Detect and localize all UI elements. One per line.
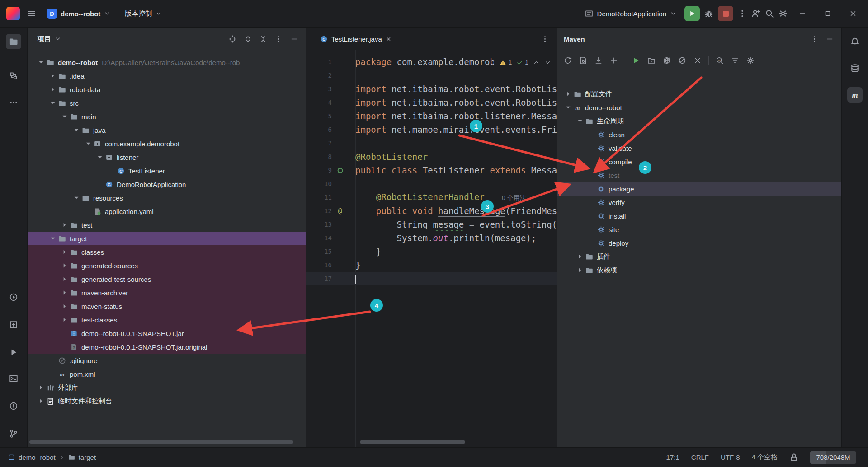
- chevron-closed-icon[interactable]: [60, 302, 69, 311]
- chevron-open-icon[interactable]: [72, 193, 81, 202]
- code-line-10[interactable]: 10: [306, 177, 557, 191]
- options-icon[interactable]: [272, 33, 285, 45]
- memory-indicator[interactable]: 708/2048M: [810, 451, 856, 464]
- project-view-selector[interactable]: 项目: [35, 33, 64, 45]
- run-config-selector[interactable]: DemoRobotApplication: [581, 7, 680, 20]
- tab-testlistener[interactable]: C TestListener.java: [315, 28, 397, 50]
- code-line-6[interactable]: 6import net.mamoe.mirai.event.events.Fri…: [306, 123, 557, 136]
- tree-row-test[interactable]: test: [28, 218, 306, 232]
- close-tab-icon[interactable]: [386, 36, 392, 42]
- tree-row-demo--robot[interactable]: mdemo--robot: [557, 101, 841, 114]
- code-line-14[interactable]: 14 System.out.println(mesage);: [306, 231, 557, 245]
- tree-row-TestListener[interactable]: CTestListener: [28, 164, 306, 177]
- code-line-15[interactable]: 15 }: [306, 245, 557, 258]
- chevron-closed-icon[interactable]: [48, 71, 57, 80]
- close-button[interactable]: [843, 0, 863, 27]
- tree-row-src[interactable]: src: [28, 96, 306, 110]
- search-everywhere-icon[interactable]: [765, 9, 774, 18]
- expand-all-icon[interactable]: [241, 33, 254, 45]
- collapse-all-icon[interactable]: [257, 33, 269, 45]
- tree-row-临时文件和控制台[interactable]: 临时文件和控制台: [28, 394, 306, 408]
- chevron-closed-icon[interactable]: [60, 275, 69, 284]
- code-editor[interactable]: 1package com.example.demorobot;23import …: [306, 50, 557, 285]
- chevron-open-icon[interactable]: [48, 98, 57, 107]
- chevron-open-icon[interactable]: [37, 58, 46, 67]
- execute-goal-icon[interactable]: [645, 54, 658, 67]
- tree-row-listener[interactable]: listener: [28, 150, 306, 164]
- prev-problem-icon[interactable]: [533, 59, 540, 66]
- chevron-closed-icon[interactable]: [37, 383, 46, 392]
- tree-row-.gitignore[interactable]: .gitignore: [28, 354, 306, 367]
- breadcrumb-project[interactable]: demo--robot: [19, 453, 56, 461]
- maven-settings-icon[interactable]: [744, 54, 757, 67]
- code-line-3[interactable]: 3import net.itbaima.robot.event.RobotLis…: [306, 82, 557, 96]
- hide-maven-panel-icon[interactable]: [823, 33, 836, 45]
- search-goal-icon[interactable]: m: [713, 54, 726, 67]
- passed-item[interactable]: 1: [516, 59, 528, 66]
- tree-row-插件[interactable]: 插件: [557, 250, 841, 263]
- editor-horizontal-scrollbar[interactable]: [360, 440, 465, 444]
- code-line-17[interactable]: 17: [306, 272, 557, 285]
- tree-row-resources[interactable]: resources: [28, 191, 306, 205]
- tree-row-robot-data[interactable]: robot-data: [28, 83, 306, 96]
- tree-row-deploy[interactable]: deploy: [557, 236, 841, 250]
- chevron-closed-icon[interactable]: [60, 248, 69, 257]
- debug-button[interactable]: [704, 9, 713, 18]
- chevron-closed-icon[interactable]: [576, 266, 585, 275]
- tree-row-java[interactable]: java: [28, 123, 306, 137]
- chevron-closed-icon[interactable]: [576, 252, 585, 261]
- terminal-icon[interactable]: [6, 371, 21, 386]
- tree-row-配置文件[interactable]: 配置文件: [557, 87, 841, 101]
- file-encoding[interactable]: UTF-8: [721, 453, 740, 461]
- code-line-5[interactable]: 5import net.itbaima.robot.listener.Messa…: [306, 109, 557, 123]
- chevron-open-icon[interactable]: [60, 112, 69, 121]
- run-tool-icon[interactable]: [6, 345, 21, 360]
- tree-row-DemoRobotApplication[interactable]: CDemoRobotApplication: [28, 177, 306, 191]
- code-line-8[interactable]: 8@RobotListener: [306, 150, 557, 163]
- chevron-open-icon[interactable]: [564, 103, 573, 112]
- code-line-12[interactable]: 12@ public void handleMessage(FriendMess…: [306, 204, 557, 218]
- chevron-closed-icon[interactable]: [48, 85, 57, 94]
- code-line-16[interactable]: 16}: [306, 258, 557, 272]
- chevron-closed-icon[interactable]: [60, 315, 69, 324]
- download-sources-icon[interactable]: [592, 54, 605, 67]
- project-widget[interactable]: D demo--robot: [43, 6, 114, 21]
- code-line-9[interactable]: 9public class TestListener extends Messa…: [306, 163, 557, 177]
- project-tool-icon[interactable]: [6, 34, 21, 49]
- filter-icon[interactable]: [728, 54, 742, 67]
- problems-icon[interactable]: [6, 398, 21, 414]
- tree-row-install[interactable]: install: [557, 209, 841, 223]
- build-icon[interactable]: [6, 317, 21, 332]
- code-line-13[interactable]: 13 String mesage = event.toString();: [306, 218, 557, 231]
- line-separator[interactable]: CRLF: [691, 453, 709, 461]
- tree-row-test[interactable]: test: [557, 168, 841, 182]
- chevron-open-icon[interactable]: [84, 139, 93, 148]
- editor-options-icon[interactable]: [538, 33, 551, 45]
- database-icon[interactable]: [847, 61, 863, 76]
- breadcrumb-folder[interactable]: target: [79, 453, 96, 461]
- vcs-widget[interactable]: 版本控制: [121, 7, 165, 20]
- chevron-closed-icon[interactable]: [564, 89, 573, 98]
- run-maven-goal-icon[interactable]: [629, 54, 643, 67]
- chevron-open-icon[interactable]: [95, 153, 104, 162]
- more-actions-icon[interactable]: [738, 9, 747, 18]
- structure-icon[interactable]: [6, 68, 21, 84]
- chevron-closed-icon[interactable]: [60, 261, 69, 270]
- code-line-4[interactable]: 4import net.itbaima.robot.event.RobotLis…: [306, 96, 557, 109]
- chevron-closed-icon[interactable]: [60, 288, 69, 297]
- add-maven-project-icon[interactable]: [607, 54, 621, 67]
- indent-style[interactable]: 4 个空格: [751, 453, 778, 462]
- tree-row-target[interactable]: target: [28, 232, 306, 245]
- tree-row-pom.xml[interactable]: mpom.xml: [28, 367, 306, 381]
- warnings-item[interactable]: 1: [500, 59, 512, 66]
- tree-row-clean[interactable]: clean: [557, 128, 841, 141]
- code-line-7[interactable]: 7: [306, 136, 557, 150]
- maven-tool-icon[interactable]: m: [847, 87, 863, 103]
- tree-row-依赖项[interactable]: 依赖项: [557, 263, 841, 277]
- more-tool-windows-icon[interactable]: [6, 95, 21, 110]
- annotation-gutter-icon[interactable]: @: [332, 204, 348, 218]
- tree-row-外部库[interactable]: 外部库: [28, 381, 306, 394]
- tree-row-verify[interactable]: verify: [557, 196, 841, 209]
- tree-row-application.yaml[interactable]: application.yaml: [28, 205, 306, 218]
- stop-button[interactable]: [718, 6, 733, 21]
